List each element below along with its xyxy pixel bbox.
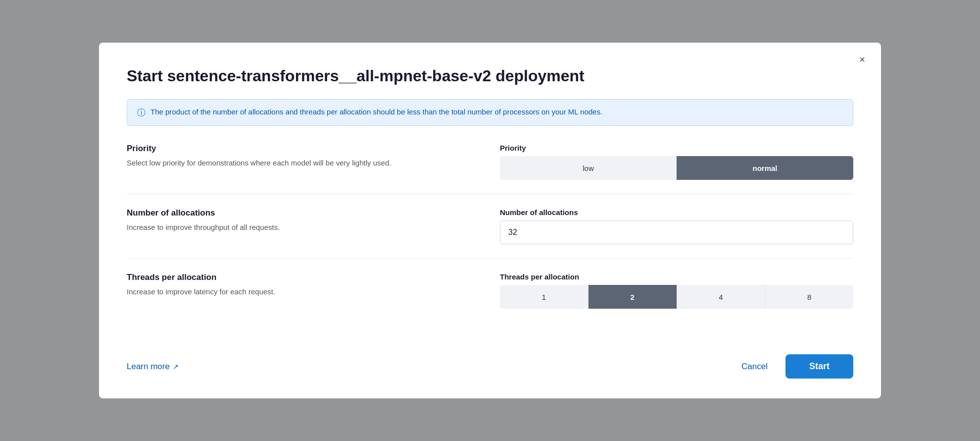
modal-title: Start sentence-transformers__all-mpnet-b… — [127, 66, 853, 85]
priority-title: Priority — [127, 144, 460, 154]
start-button[interactable]: Start — [785, 354, 853, 379]
threads-4-button[interactable]: 4 — [677, 285, 766, 309]
threads-description: Threads per allocation Increase to impro… — [127, 273, 480, 309]
modal-dialog: × Start sentence-transformers__all-mpnet… — [99, 43, 881, 398]
threads-row: Threads per allocation Increase to impro… — [127, 259, 853, 323]
priority-description: Priority Select low priority for demonst… — [127, 144, 480, 180]
modal-footer: Learn more ↗ Cancel Start — [127, 342, 853, 379]
allocations-input[interactable] — [500, 220, 853, 244]
allocations-control: Number of allocations — [500, 208, 853, 244]
priority-toggle-group: low normal — [500, 156, 853, 180]
close-button[interactable]: × — [855, 53, 869, 66]
priority-normal-button[interactable]: normal — [677, 156, 853, 180]
threads-title: Threads per allocation — [127, 273, 460, 282]
threads-1-button[interactable]: 1 — [500, 285, 588, 309]
allocations-description: Number of allocations Increase to improv… — [127, 208, 480, 244]
threads-toggle-group: 1 2 4 8 — [500, 285, 853, 309]
info-banner-text: The product of the number of allocations… — [150, 107, 602, 118]
allocations-control-label: Number of allocations — [500, 208, 853, 217]
allocations-row: Number of allocations Increase to improv… — [127, 194, 853, 259]
priority-control: Priority low normal — [500, 144, 853, 180]
threads-control-label: Threads per allocation — [500, 273, 853, 281]
threads-desc-text: Increase to improve latency for each req… — [127, 286, 460, 298]
threads-8-button[interactable]: 8 — [765, 285, 853, 309]
info-banner: ⓘ The product of the number of allocatio… — [127, 99, 853, 126]
form-body: Priority Select low priority for demonst… — [127, 144, 853, 323]
allocations-title: Number of allocations — [127, 208, 460, 218]
priority-row: Priority Select low priority for demonst… — [127, 144, 853, 194]
learn-more-label: Learn more — [127, 362, 170, 372]
priority-control-label: Priority — [500, 144, 853, 152]
priority-desc-text: Select low priority for demonstrations w… — [127, 158, 460, 169]
threads-control: Threads per allocation 1 2 4 8 — [500, 273, 853, 309]
learn-more-link[interactable]: Learn more ↗ — [127, 362, 179, 372]
priority-low-button[interactable]: low — [500, 156, 677, 180]
footer-actions: Cancel Start — [732, 354, 853, 379]
allocations-desc-text: Increase to improve throughput of all re… — [127, 222, 460, 233]
cancel-button[interactable]: Cancel — [732, 356, 778, 378]
threads-2-button[interactable]: 2 — [588, 285, 677, 309]
modal-overlay: × Start sentence-transformers__all-mpnet… — [0, 0, 980, 441]
external-link-icon: ↗ — [173, 363, 179, 371]
info-icon: ⓘ — [137, 107, 146, 118]
